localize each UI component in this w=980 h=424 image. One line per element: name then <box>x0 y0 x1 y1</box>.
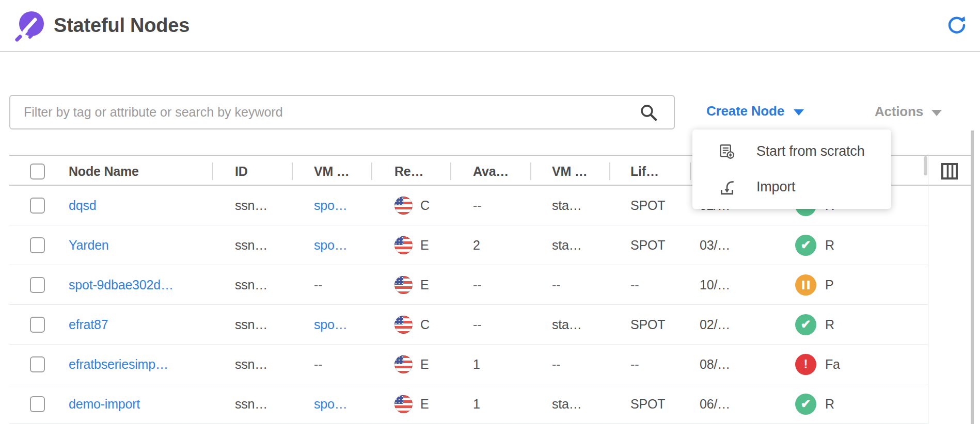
table-row: Yarden ssn… spo… E 2 sta… SPOT 03/… ✔ R <box>9 225 928 265</box>
vm-cell: -- <box>292 357 371 372</box>
chevron-down-icon <box>794 109 804 116</box>
column-header-vm-size[interactable]: VM … <box>530 156 609 187</box>
spot-logo-icon <box>14 10 44 42</box>
created-cell: 03/… <box>690 238 780 253</box>
region-cell: C <box>371 197 450 215</box>
vm-size-cell: sta… <box>530 317 609 332</box>
node-name-link[interactable]: efrat87 <box>69 317 108 332</box>
availability-cell: -- <box>450 278 530 292</box>
scrollbar[interactable] <box>971 131 974 424</box>
column-header-vm-image[interactable]: VM … <box>292 156 371 187</box>
vm-cell: -- <box>292 278 371 292</box>
us-flag-icon <box>394 236 413 254</box>
table-columns-icon <box>941 162 958 180</box>
row-checkbox[interactable] <box>30 198 45 214</box>
column-header-id[interactable]: ID <box>212 156 292 187</box>
us-flag-icon <box>394 316 413 334</box>
vm-size-cell: sta… <box>530 198 609 213</box>
availability-cell: 1 <box>450 357 530 372</box>
column-header-availability[interactable]: Ava… <box>450 156 530 187</box>
status-cell: ✔ R <box>780 394 928 415</box>
node-id-cell: ssn… <box>212 278 292 292</box>
us-flag-icon <box>394 355 413 373</box>
us-flag-icon <box>394 395 413 413</box>
table-row: efrat87 ssn… spo… C -- sta… SPOT 02/… ✔ … <box>9 305 928 345</box>
app-header: Stateful Nodes <box>0 0 980 52</box>
node-id-cell: ssn… <box>212 198 292 213</box>
vm-size-cell: -- <box>530 278 609 292</box>
note-add-icon <box>718 143 736 160</box>
column-picker-button[interactable] <box>928 156 971 187</box>
us-flag-icon <box>394 276 413 294</box>
availability-cell: -- <box>450 198 530 213</box>
search-icon[interactable] <box>639 103 658 122</box>
region-cell: E <box>371 355 450 373</box>
column-resize-handle[interactable] <box>924 156 927 175</box>
row-checkbox[interactable] <box>30 356 45 372</box>
row-checkbox[interactable] <box>30 277 45 293</box>
import-icon <box>718 178 736 196</box>
region-cell: E <box>371 395 450 413</box>
search-input[interactable] <box>9 95 675 129</box>
availability-cell: -- <box>450 317 530 332</box>
page-title: Stateful Nodes <box>54 14 189 37</box>
chevron-down-icon <box>931 110 942 116</box>
created-cell: 08/… <box>690 357 780 372</box>
region-cell: C <box>371 316 450 334</box>
availability-cell: 1 <box>450 397 530 412</box>
lifecycle-cell: SPOT <box>609 317 690 332</box>
node-name-link[interactable]: Yarden <box>69 238 109 253</box>
row-checkbox[interactable] <box>30 396 45 412</box>
node-id-cell: ssn… <box>212 397 292 412</box>
table-row: demo-import ssn… spo… E 1 sta… SPOT 06/…… <box>9 384 928 424</box>
node-name-link[interactable]: dqsd <box>69 198 96 213</box>
row-checkbox[interactable] <box>30 237 45 253</box>
actions-label: Actions <box>875 104 923 120</box>
status-cell: ✔ R <box>780 314 928 335</box>
region-cell: E <box>371 276 450 294</box>
lifecycle-cell: SPOT <box>609 238 690 253</box>
status-paused-icon <box>795 274 816 296</box>
table-body: dqsd ssn… spo… C -- sta… SPOT 02/… ✔ R Y… <box>9 186 928 424</box>
node-name-link[interactable]: efratbseriesimp… <box>69 357 168 372</box>
table-row: spot-9dbae302d… ssn… -- E -- -- -- 10/… … <box>9 265 928 305</box>
picker-column-border <box>928 155 928 424</box>
column-header-lifecycle[interactable]: Lif… <box>609 156 690 187</box>
vm-link[interactable]: spo… <box>314 198 347 213</box>
refresh-icon[interactable] <box>947 15 967 35</box>
menu-item-start-from-scratch[interactable]: Start from scratch <box>692 134 891 169</box>
node-name-link[interactable]: spot-9dbae302d… <box>69 278 173 292</box>
menu-item-label: Start from scratch <box>756 143 864 159</box>
vm-link[interactable]: spo… <box>314 317 347 332</box>
menu-item-import[interactable]: Import <box>692 169 891 205</box>
node-name-link[interactable]: demo-import <box>69 397 140 412</box>
node-id-cell: ssn… <box>212 238 292 253</box>
status-cell: ! Fa <box>780 354 928 375</box>
status-cell: ✔ R <box>780 235 928 256</box>
select-all-checkbox[interactable] <box>30 164 45 180</box>
create-node-menu: Start from scratch Import <box>692 129 891 209</box>
status-running-icon: ✔ <box>795 314 816 335</box>
create-node-button[interactable]: Create Node <box>706 103 804 119</box>
created-cell: 02/… <box>690 317 780 332</box>
availability-cell: 2 <box>450 238 530 253</box>
vm-size-cell: sta… <box>530 397 609 412</box>
lifecycle-cell: SPOT <box>609 397 690 412</box>
us-flag-icon <box>394 197 413 215</box>
column-header-region[interactable]: Re… <box>371 156 450 187</box>
vm-size-cell: sta… <box>530 238 609 253</box>
actions-button[interactable]: Actions <box>875 104 942 120</box>
node-id-cell: ssn… <box>212 317 292 332</box>
status-running-icon: ✔ <box>795 394 816 415</box>
lifecycle-cell: -- <box>609 278 690 292</box>
lifecycle-cell: SPOT <box>609 198 690 213</box>
column-header-node-name[interactable]: Node Name <box>57 156 212 187</box>
create-node-label: Create Node <box>706 103 784 119</box>
select-all-cell <box>9 156 57 187</box>
status-cell: P <box>780 274 928 296</box>
vm-link[interactable]: spo… <box>314 397 347 412</box>
vm-link[interactable]: spo… <box>314 238 347 253</box>
row-checkbox[interactable] <box>30 317 45 333</box>
table-row: efratbseriesimp… ssn… -- E 1 -- -- 08/… … <box>9 345 928 384</box>
status-failed-icon: ! <box>795 354 816 375</box>
